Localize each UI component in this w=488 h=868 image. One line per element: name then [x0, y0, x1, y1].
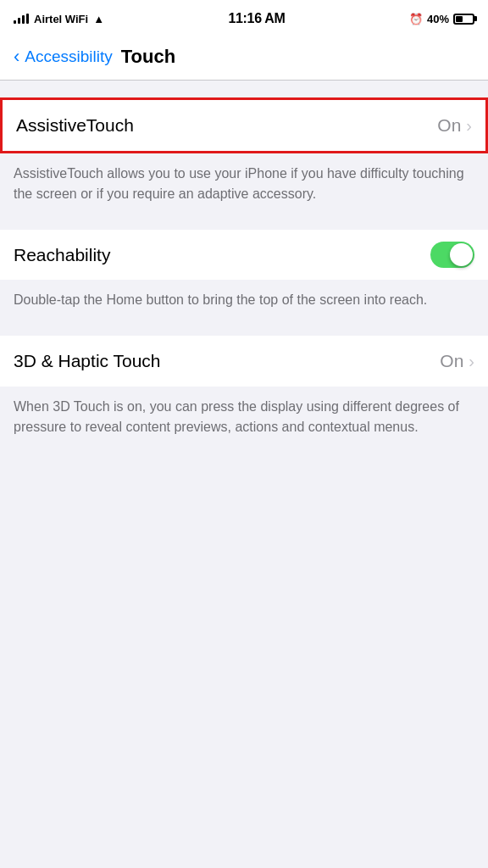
haptic-touch-description: When 3D Touch is on, you can press the d… — [0, 387, 488, 454]
haptic-chevron-right-icon: › — [469, 352, 474, 371]
assistive-touch-section: AssistiveTouch On › AssistiveTouch allow… — [0, 97, 488, 221]
haptic-touch-value-group: On › — [440, 351, 474, 371]
page-title: Touch — [121, 46, 175, 68]
back-chevron-icon: ‹ — [14, 47, 19, 66]
reachability-row[interactable]: Reachability — [0, 230, 488, 280]
status-bar-right: ⏰ 40% — [409, 13, 474, 25]
assistive-touch-value-group: On › — [437, 115, 472, 136]
haptic-touch-section: 3D & Haptic Touch On › — [0, 336, 488, 387]
status-bar: Airtel WiFi ▲ 11:16 AM ⏰ 40% — [0, 0, 488, 37]
assistive-touch-label: AssistiveTouch — [16, 115, 134, 136]
toggle-knob — [450, 243, 473, 266]
haptic-touch-row[interactable]: 3D & Haptic Touch On › — [0, 336, 488, 387]
reachability-description: Double-tap the Home button to bring the … — [0, 280, 488, 327]
wifi-icon: ▲ — [93, 13, 104, 25]
alarm-icon: ⏰ — [409, 13, 423, 25]
battery-percent: 40% — [427, 13, 449, 25]
status-bar-left: Airtel WiFi ▲ — [14, 13, 104, 25]
nav-bar: ‹ Accessibility Touch — [0, 37, 488, 81]
section-divider-1 — [0, 221, 488, 230]
carrier-label: Airtel WiFi — [34, 13, 88, 25]
assistive-touch-value: On — [437, 115, 461, 136]
reachability-toggle[interactable] — [430, 242, 474, 268]
content: AssistiveTouch On › AssistiveTouch allow… — [0, 81, 488, 454]
signal-icon — [14, 14, 29, 24]
haptic-touch-value: On — [440, 351, 463, 371]
section-divider-2 — [0, 327, 488, 336]
back-label: Accessibility — [25, 47, 112, 66]
status-time: 11:16 AM — [228, 11, 285, 26]
battery-icon — [453, 14, 474, 25]
haptic-touch-label: 3D & Haptic Touch — [14, 351, 161, 371]
assistive-touch-description: AssistiveTouch allows you to use your iP… — [0, 153, 488, 221]
back-button[interactable]: ‹ Accessibility — [14, 47, 113, 66]
reachability-label: Reachability — [14, 245, 110, 265]
chevron-right-icon: › — [466, 116, 472, 136]
reachability-section: Reachability — [0, 230, 488, 280]
assistive-touch-row[interactable]: AssistiveTouch On › — [0, 97, 488, 153]
